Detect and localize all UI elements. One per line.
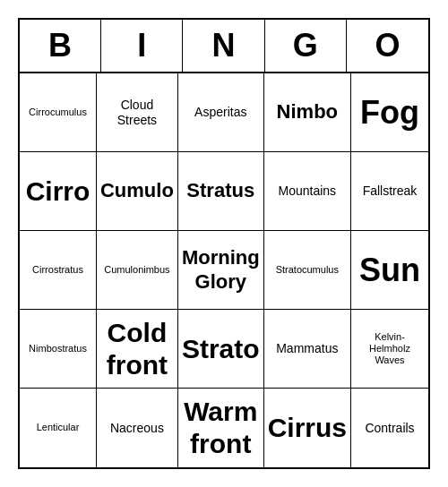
bingo-cell: Strato <box>178 310 264 389</box>
bingo-cell: Cumulonimbus <box>97 231 178 310</box>
bingo-card: BINGO CirrocumulusCloud StreetsAsperitas… <box>18 18 430 469</box>
bingo-cell: Morning Glory <box>178 231 264 310</box>
bingo-cell: Cumulo <box>97 152 178 231</box>
cell-text: Contrails <box>365 421 414 436</box>
cell-text: Cumulo <box>100 179 174 202</box>
cell-text: Mountains <box>279 184 337 199</box>
cell-text: Warm front <box>182 396 260 460</box>
bingo-cell: Sun <box>351 231 428 310</box>
bingo-cell: Nacreous <box>97 389 178 467</box>
cell-text: Stratocumulus <box>276 264 339 276</box>
cell-text: Cumulonimbus <box>104 264 169 276</box>
cell-text: Cirrocumulus <box>29 107 87 118</box>
cell-text: Sun <box>359 251 420 289</box>
header-letter: I <box>101 20 183 72</box>
cell-text: Cirrostratus <box>32 264 83 276</box>
cell-text: Fallstreak <box>363 184 418 199</box>
bingo-header: BINGO <box>20 20 428 73</box>
bingo-cell: Nimbo <box>264 73 351 152</box>
cell-text: Kelvin-Helmholz Waves <box>355 331 425 367</box>
bingo-cell: Stratus <box>178 152 264 231</box>
bingo-cell: Nimbostratus <box>20 310 97 389</box>
bingo-cell: Cloud Streets <box>97 73 178 152</box>
bingo-cell: Mammatus <box>264 310 351 389</box>
bingo-cell: Stratocumulus <box>264 231 351 310</box>
cell-text: Asperitas <box>194 105 246 120</box>
bingo-cell: Cirro <box>20 152 97 231</box>
cell-text: Lenticular <box>37 422 80 433</box>
bingo-cell: Cirrus <box>264 389 351 467</box>
bingo-cell: Lenticular <box>20 389 97 467</box>
header-letter: B <box>20 20 101 72</box>
cell-text: Morning Glory <box>182 246 260 294</box>
cell-text: Nimbo <box>277 100 338 124</box>
cell-text: Nacreous <box>110 421 164 436</box>
cell-text: Cold front <box>100 317 174 381</box>
cell-text: Fog <box>360 93 419 132</box>
header-letter: O <box>347 20 428 72</box>
bingo-cell: Kelvin-Helmholz Waves <box>351 310 428 389</box>
cell-text: Strato <box>182 333 260 365</box>
cell-text: Stratus <box>186 179 254 202</box>
cell-text: Cloud Streets <box>100 98 174 128</box>
header-letter: N <box>183 20 264 72</box>
cell-text: Cirrus <box>268 412 347 444</box>
bingo-cell: Fog <box>351 73 428 152</box>
bingo-cell: Cold front <box>97 310 178 389</box>
bingo-cell: Cirrostratus <box>20 231 97 310</box>
bingo-cell: Contrails <box>351 389 428 467</box>
cell-text: Cirro <box>26 175 90 208</box>
bingo-cell: Asperitas <box>178 73 264 152</box>
bingo-cell: Fallstreak <box>351 152 428 231</box>
bingo-grid: CirrocumulusCloud StreetsAsperitasNimboF… <box>20 73 428 467</box>
bingo-cell: Cirrocumulus <box>20 73 97 152</box>
cell-text: Nimbostratus <box>29 343 87 355</box>
bingo-cell: Mountains <box>264 152 351 231</box>
header-letter: G <box>265 20 347 72</box>
bingo-cell: Warm front <box>178 389 264 467</box>
cell-text: Mammatus <box>276 341 338 356</box>
